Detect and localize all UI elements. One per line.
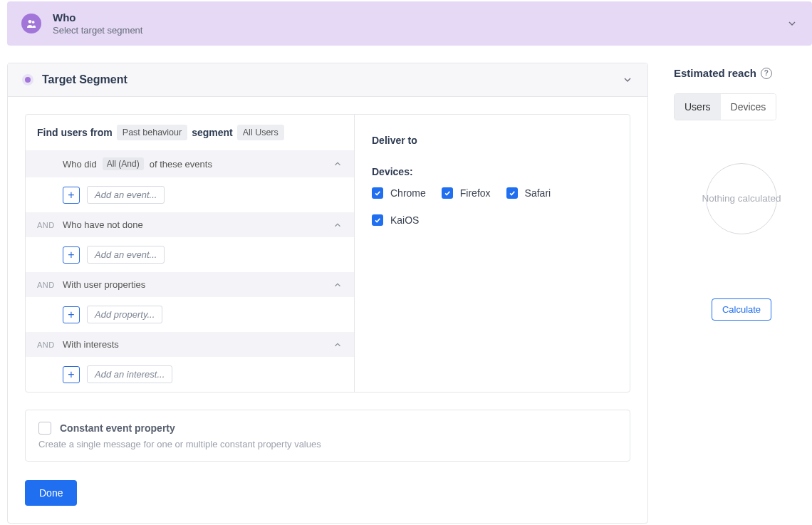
add-button[interactable]: + <box>63 306 80 323</box>
conditions-panel: Find users from Past behaviour segment A… <box>26 115 355 392</box>
and-label: AND <box>37 221 57 229</box>
behaviour-chip[interactable]: Past behaviour <box>117 125 187 140</box>
condition-prefix: Who did <box>63 159 97 170</box>
condition-suffix: of these events <box>150 159 212 170</box>
deliver-panel: Deliver to Devices: Chrome Firefox <box>355 115 630 392</box>
device-option[interactable]: Chrome <box>372 187 426 199</box>
all-and-chip[interactable]: All (And) <box>103 157 144 170</box>
chevron-up-icon[interactable] <box>333 220 343 230</box>
svg-point-0 <box>28 20 32 24</box>
segment-chip[interactable]: All Users <box>237 125 284 140</box>
device-option[interactable]: Firefox <box>442 187 491 199</box>
segment-title: Target Segment <box>42 73 127 86</box>
condition-prefix: With interests <box>63 339 119 350</box>
find-users-bar: Find users from Past behaviour segment A… <box>26 115 354 150</box>
tab-devices[interactable]: Devices <box>721 94 776 120</box>
add-button[interactable]: + <box>63 187 80 204</box>
device-option[interactable]: Safari <box>506 187 551 199</box>
condition-prefix: Who have not done <box>63 219 143 230</box>
tab-users[interactable]: Users <box>675 94 721 120</box>
chevron-up-icon[interactable] <box>333 280 343 290</box>
estimated-reach-panel: Estimated reach ? Users Devices Nothing … <box>665 63 812 524</box>
condition-prefix: With user properties <box>63 279 145 290</box>
condition-header[interactable]: Who did All (And) of these events <box>26 150 354 177</box>
chevron-down-icon[interactable] <box>622 74 633 85</box>
condition-header[interactable]: AND Who have not done <box>26 212 354 237</box>
segment-status-dot <box>22 74 33 85</box>
help-icon[interactable]: ? <box>761 68 772 79</box>
reach-title-text: Estimated reach <box>674 67 756 79</box>
reach-tabs: Users Devices <box>674 93 776 120</box>
device-label: Firefox <box>460 187 491 199</box>
constant-subtitle: Create a single message for one or multi… <box>38 439 617 449</box>
checkbox-checked-icon[interactable] <box>442 187 453 199</box>
device-option[interactable]: KaiOS <box>372 214 419 226</box>
people-icon <box>21 14 41 33</box>
add-interest-pill[interactable]: Add an interest... <box>87 365 172 383</box>
constant-title: Constant event property <box>60 422 175 434</box>
checkbox-checked-icon[interactable] <box>372 187 383 199</box>
banner-subtitle: Select target segment <box>53 25 142 36</box>
chevron-down-icon[interactable] <box>786 18 798 29</box>
find-prefix: Find users from <box>37 127 113 138</box>
device-label: KaiOS <box>390 214 419 226</box>
add-button[interactable]: + <box>63 366 80 383</box>
segment-header[interactable]: Target Segment <box>8 63 647 97</box>
and-label: AND <box>37 341 57 349</box>
who-banner[interactable]: Who Select target segment <box>7 1 812 46</box>
add-event-pill[interactable]: Add an event... <box>87 186 165 204</box>
calculate-button[interactable]: Calculate <box>712 298 771 321</box>
add-event-pill[interactable]: Add an event... <box>87 246 165 264</box>
and-label: AND <box>37 281 57 289</box>
devices-label: Devices: <box>372 166 613 177</box>
add-property-pill[interactable]: Add property... <box>87 306 162 323</box>
checkbox-checked-icon[interactable] <box>506 187 518 199</box>
reach-empty-text: Nothing calculated <box>702 193 781 204</box>
svg-point-1 <box>32 21 35 24</box>
chevron-up-icon[interactable] <box>333 340 343 350</box>
checkbox-checked-icon[interactable] <box>372 214 383 226</box>
device-label: Chrome <box>390 187 426 199</box>
target-segment-card: Target Segment Find users from Past beha… <box>7 63 648 524</box>
banner-title: Who <box>53 11 142 24</box>
constant-property-block: Constant event property Create a single … <box>25 410 630 462</box>
deliver-to-title: Deliver to <box>372 135 613 146</box>
find-mid: segment <box>192 127 233 138</box>
add-button[interactable]: + <box>63 246 80 264</box>
checkbox-unchecked[interactable] <box>38 422 51 435</box>
chevron-up-icon[interactable] <box>333 159 343 169</box>
device-label: Safari <box>525 187 551 199</box>
condition-header[interactable]: AND With user properties <box>26 272 354 297</box>
done-button[interactable]: Done <box>25 480 77 506</box>
condition-header[interactable]: AND With interests <box>26 332 354 357</box>
